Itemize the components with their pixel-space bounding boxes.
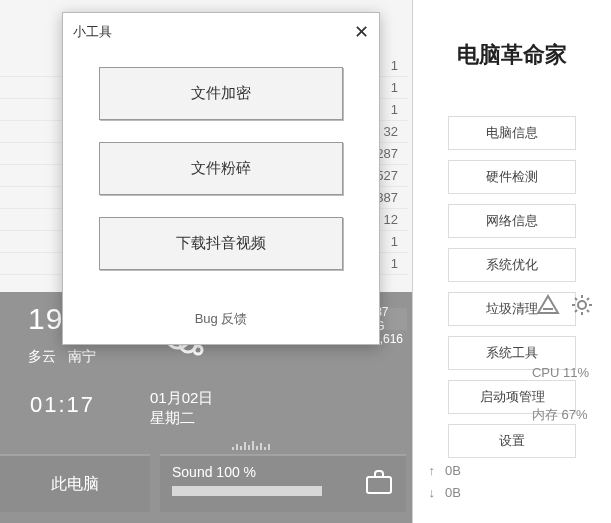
modal-title: 小工具 [73, 23, 354, 41]
weather-city: 多云 南宁 [28, 348, 96, 366]
briefcase-icon[interactable] [364, 468, 394, 500]
gear-icon[interactable] [569, 292, 595, 318]
sound-label: Sound 100 % [172, 464, 322, 480]
bug-feedback-link[interactable]: Bug 反馈 [63, 300, 379, 344]
net-arrows: ↑ ↓ [429, 460, 436, 504]
net-down-value: 0B [445, 482, 473, 504]
svg-point-3 [194, 346, 202, 354]
tool-btn-0[interactable]: 文件加密 [99, 67, 343, 120]
close-icon[interactable]: ✕ [354, 21, 369, 43]
clock: 01:17 [30, 392, 95, 418]
net-up-value: 0B [445, 460, 473, 482]
side-btn-3[interactable]: 系统优化 [448, 248, 576, 282]
svg-point-7 [578, 301, 586, 309]
equalizer-icon [232, 440, 270, 450]
this-pc-button[interactable]: 此电脑 [0, 454, 150, 512]
side-btn-1[interactable]: 硬件检测 [448, 160, 576, 194]
tools-modal: 小工具 ✕ 文件加密文件粉碎下载抖音视频 Bug 反馈 [62, 12, 380, 345]
sound-panel[interactable]: Sound 100 % [160, 454, 406, 512]
side-btn-0[interactable]: 电脑信息 [448, 116, 576, 150]
net-values: 0B 0B [445, 460, 473, 504]
cpu-stat: CPU 11% [532, 365, 589, 380]
perf-stats: CPU 11% 内存 67% [532, 365, 589, 450]
app-title: 电脑革命家 [427, 40, 597, 70]
svg-rect-4 [367, 477, 391, 493]
sound-bar[interactable] [172, 486, 322, 496]
arrow-down-icon: ↓ [429, 482, 436, 504]
date: 01月02日 星期二 [150, 388, 213, 428]
side-btn-2[interactable]: 网络信息 [448, 204, 576, 238]
float-icons [535, 292, 595, 318]
tool-btn-2[interactable]: 下载抖音视频 [99, 217, 343, 270]
mem-stat: 内存 67% [532, 406, 589, 424]
arrow-up-icon: ↑ [429, 460, 436, 482]
modal-titlebar[interactable]: 小工具 ✕ [63, 13, 379, 51]
triangle-icon[interactable] [535, 292, 561, 318]
tool-btn-1[interactable]: 文件粉碎 [99, 142, 343, 195]
